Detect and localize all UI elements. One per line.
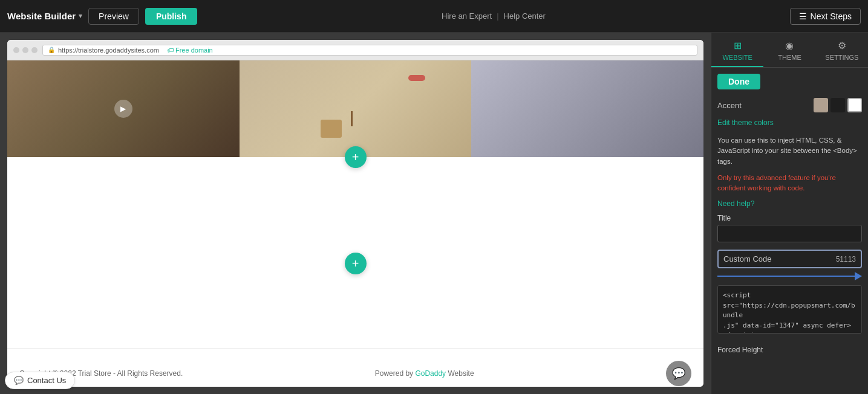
accent-row: Accent: [717, 98, 862, 112]
custom-code-row: Custom Code 51113: [717, 250, 862, 268]
panel-body: Done Accent Edit theme colors You can us…: [711, 68, 868, 394]
title-field-label: Title: [717, 214, 862, 222]
website-footer: Copyright © 2022 Trial Store - All Right…: [7, 348, 703, 387]
contact-us-button[interactable]: 💬 Contact Us: [7, 372, 75, 387]
settings-tab-icon: ⚙: [838, 40, 846, 51]
footer-powered: Powered by GoDaddy Website: [375, 369, 474, 378]
forced-height-label: Forced Height: [717, 346, 862, 354]
toolbar-right: ☰ Next Steps: [790, 8, 861, 25]
add-section-button-middle[interactable]: +: [345, 253, 367, 274]
toolbar-left: Website Builder ▾ Preview Publish: [7, 8, 197, 25]
settings-tab-label: SETTINGS: [825, 54, 858, 61]
color-swatch-tan[interactable]: [814, 98, 828, 112]
image-middle: [240, 60, 472, 157]
toolbar-center: Hire an Expert | Help Center: [197, 11, 789, 21]
brand-label: Website Builder: [7, 11, 76, 21]
done-button[interactable]: Done: [717, 74, 760, 89]
arrow-head-icon: [855, 272, 862, 280]
browser-dots: [13, 47, 38, 53]
website-content: ▶ +: [7, 60, 703, 387]
chat-small-icon: 💬: [14, 376, 24, 385]
theme-tab-icon: ◉: [785, 40, 794, 51]
purse-decor: [321, 120, 342, 138]
tab-settings[interactable]: ⚙ SETTINGS: [816, 33, 868, 67]
panel-warning: Only try this advanced feature if you're…: [717, 173, 862, 194]
brand-name[interactable]: Website Builder ▾: [7, 11, 82, 21]
add-section-button-top[interactable]: +: [345, 146, 367, 168]
toolbar: Website Builder ▾ Preview Publish Hire a…: [0, 0, 868, 33]
custom-code-textarea[interactable]: [717, 285, 862, 334]
image-right: [471, 60, 703, 157]
next-steps-button[interactable]: ☰ Next Steps: [790, 8, 861, 25]
color-swatch-black[interactable]: [830, 98, 845, 112]
free-domain-icon: 🏷: [167, 47, 174, 54]
brand-chevron-icon: ▾: [79, 12, 82, 20]
arrow-line: [717, 276, 855, 277]
address-bar[interactable]: 🔒 https://trialstore.godaddysites.com 🏷 …: [42, 45, 697, 56]
dot-1: [13, 47, 19, 53]
free-domain-label: Free domain: [175, 47, 213, 54]
chat-button[interactable]: 💬: [666, 361, 691, 386]
arrow-indicator: [717, 272, 862, 280]
lock-icon: 🔒: [48, 47, 55, 53]
image-left: ▶: [7, 60, 240, 157]
publish-button[interactable]: Publish: [145, 8, 198, 25]
website-tab-icon: ⊞: [734, 40, 742, 51]
edit-theme-link[interactable]: Edit theme colors: [717, 118, 862, 127]
title-input[interactable]: [717, 225, 862, 242]
dot-2: [22, 47, 28, 53]
panel-tabs: ⊞ WEBSITE ◉ THEME ⚙ SETTINGS: [711, 33, 868, 68]
right-panel: ⊞ WEBSITE ◉ THEME ⚙ SETTINGS Done Accent: [711, 33, 868, 394]
spacer-inner: +: [7, 179, 703, 348]
browser-frame: 🔒 https://trialstore.godaddysites.com 🏷 …: [7, 40, 703, 387]
custom-code-label: Custom Code: [723, 254, 836, 263]
footer-row: Copyright © 2022 Trial Store - All Right…: [19, 361, 691, 386]
spacer-section: +: [7, 179, 703, 348]
panel-description: You can use this to inject HTML, CSS, & …: [717, 135, 862, 167]
accent-label: Accent: [717, 101, 814, 110]
separator: |: [497, 11, 498, 21]
need-help-link[interactable]: Need help?: [717, 199, 862, 208]
char-count: 51113: [836, 255, 856, 263]
image-overlay: [240, 60, 472, 157]
image-grid: ▶: [7, 60, 703, 157]
add-section-container-top: +: [7, 157, 703, 179]
glasses-decor: [408, 75, 425, 81]
dot-3: [31, 47, 38, 53]
contact-us-label: Contact Us: [27, 376, 66, 385]
list-icon: ☰: [799, 11, 807, 21]
preview-button[interactable]: Preview: [88, 8, 139, 25]
main-content: 🔒 https://trialstore.godaddysites.com 🏷 …: [0, 33, 868, 394]
browser-bar: 🔒 https://trialstore.godaddysites.com 🏷 …: [7, 40, 703, 60]
website-tab-label: WEBSITE: [722, 54, 752, 61]
strap-decor: [351, 111, 353, 126]
browser-url: https://trialstore.godaddysites.com: [58, 47, 159, 54]
help-center-link[interactable]: Help Center: [504, 11, 546, 21]
hire-expert-link[interactable]: Hire an Expert: [442, 11, 492, 21]
next-steps-label: Next Steps: [811, 11, 852, 21]
toolbar-links: Hire an Expert | Help Center: [442, 11, 546, 21]
color-swatches: [814, 98, 862, 112]
tab-website[interactable]: ⊞ WEBSITE: [711, 33, 763, 67]
preview-area: 🔒 https://trialstore.godaddysites.com 🏷 …: [0, 33, 711, 394]
free-domain-link[interactable]: 🏷 Free domain: [167, 47, 213, 54]
color-swatch-white[interactable]: [847, 98, 862, 112]
play-icon: ▶: [114, 100, 132, 118]
tab-theme[interactable]: ◉ THEME: [763, 33, 815, 67]
theme-tab-label: THEME: [778, 54, 801, 61]
